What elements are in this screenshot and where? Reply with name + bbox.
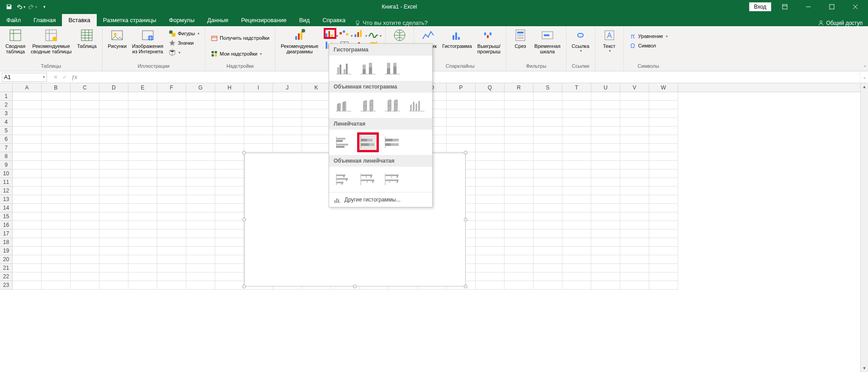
cell[interactable]: [533, 101, 562, 109]
cell[interactable]: [591, 238, 620, 247]
cell[interactable]: [476, 187, 505, 195]
cell[interactable]: [157, 221, 186, 230]
cell[interactable]: [302, 127, 331, 135]
cell[interactable]: [562, 178, 591, 187]
name-box[interactable]: A1▾: [2, 73, 47, 82]
cell[interactable]: [71, 109, 99, 118]
cell[interactable]: [215, 152, 244, 161]
cell[interactable]: [620, 144, 649, 152]
cell[interactable]: [244, 118, 273, 127]
cell[interactable]: [99, 281, 128, 290]
cell[interactable]: [620, 247, 649, 255]
row-header[interactable]: 15: [0, 212, 13, 221]
tab-formulas[interactable]: Формулы: [163, 14, 201, 26]
cell[interactable]: [99, 230, 128, 238]
3d-clustered-column-item[interactable]: [335, 97, 353, 113]
cell[interactable]: [505, 281, 533, 290]
cell[interactable]: [505, 135, 533, 144]
cell[interactable]: [533, 272, 562, 281]
cell[interactable]: [447, 109, 476, 118]
cell[interactable]: [562, 247, 591, 255]
cell[interactable]: [186, 169, 215, 178]
recommended-charts-button[interactable]: Рекомендуемые диаграммы: [279, 27, 320, 55]
row-header[interactable]: 6: [0, 135, 13, 144]
cell[interactable]: [476, 204, 505, 212]
cell[interactable]: [273, 109, 302, 118]
row-header[interactable]: 1: [0, 92, 13, 101]
cell[interactable]: [562, 187, 591, 195]
cell[interactable]: [649, 195, 678, 204]
cell[interactable]: [71, 221, 99, 230]
cell[interactable]: [186, 281, 215, 290]
cell[interactable]: [186, 109, 215, 118]
cell[interactable]: [128, 195, 157, 204]
cell[interactable]: [476, 178, 505, 187]
cell[interactable]: [505, 109, 533, 118]
cell[interactable]: [476, 127, 505, 135]
cell[interactable]: [157, 101, 186, 109]
cell[interactable]: [620, 101, 649, 109]
my-addins-button[interactable]: Мои надстройки▾: [209, 49, 271, 58]
cell[interactable]: [215, 101, 244, 109]
cell[interactable]: [244, 127, 273, 135]
cell[interactable]: [591, 169, 620, 178]
cell[interactable]: [13, 264, 42, 272]
cell[interactable]: [71, 187, 99, 195]
cell[interactable]: [128, 187, 157, 195]
column-header[interactable]: J: [273, 83, 302, 92]
cell[interactable]: [649, 221, 678, 230]
column-header[interactable]: U: [591, 83, 620, 92]
row-header[interactable]: 23: [0, 281, 13, 290]
cell[interactable]: [620, 195, 649, 204]
cell[interactable]: [562, 118, 591, 127]
column-header[interactable]: A: [13, 83, 42, 92]
cell[interactable]: [562, 195, 591, 204]
cell[interactable]: [476, 264, 505, 272]
cell[interactable]: [591, 178, 620, 187]
cell[interactable]: [99, 92, 128, 101]
scroll-down-button[interactable]: ▼: [861, 365, 868, 372]
cell[interactable]: [71, 127, 99, 135]
cell[interactable]: [157, 178, 186, 187]
cell[interactable]: [505, 264, 533, 272]
cell[interactable]: [244, 144, 273, 152]
cell[interactable]: [157, 238, 186, 247]
pictures-button[interactable]: Рисунки: [106, 27, 129, 50]
cell[interactable]: [42, 238, 71, 247]
cell[interactable]: [128, 255, 157, 264]
column-header[interactable]: D: [99, 83, 128, 92]
cell[interactable]: [591, 204, 620, 212]
cell[interactable]: [620, 187, 649, 195]
resize-handle-l[interactable]: [242, 218, 246, 221]
cell[interactable]: [620, 272, 649, 281]
cell[interactable]: [99, 144, 128, 152]
slicer-button[interactable]: Срез: [510, 27, 531, 50]
cell[interactable]: [562, 204, 591, 212]
cell[interactable]: [99, 264, 128, 272]
cell[interactable]: [99, 101, 128, 109]
cell[interactable]: [99, 212, 128, 221]
cell[interactable]: [186, 178, 215, 187]
cell[interactable]: [649, 178, 678, 187]
cell[interactable]: [186, 255, 215, 264]
column-header[interactable]: K: [302, 83, 331, 92]
ribbon-display-options[interactable]: [775, 0, 795, 14]
cell[interactable]: [505, 178, 533, 187]
cell[interactable]: [562, 152, 591, 161]
cell[interactable]: [591, 230, 620, 238]
cell[interactable]: [186, 127, 215, 135]
cell[interactable]: [533, 92, 562, 101]
cell[interactable]: [302, 92, 331, 101]
login-button[interactable]: Вход: [749, 2, 771, 11]
column-header[interactable]: R: [505, 83, 533, 92]
cell[interactable]: [476, 195, 505, 204]
cell[interactable]: [620, 204, 649, 212]
cell[interactable]: [99, 169, 128, 178]
cell[interactable]: [215, 281, 244, 290]
cell[interactable]: [215, 92, 244, 101]
icons-button[interactable]: Значки: [167, 38, 201, 47]
cell[interactable]: [128, 204, 157, 212]
cell[interactable]: [128, 230, 157, 238]
cell[interactable]: [13, 109, 42, 118]
cell[interactable]: [13, 127, 42, 135]
